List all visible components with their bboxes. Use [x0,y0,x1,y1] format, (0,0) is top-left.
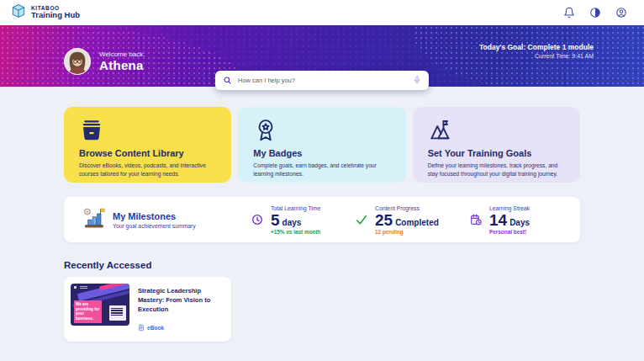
top-header: KITABOO Training Hub [0,0,644,25]
content-type-badge: eBook [147,325,164,331]
bar-chart-flag-medal-icon [82,207,105,233]
milestones-subtitle: Your goal achievement summary [113,223,196,229]
kitaboo-logo[interactable]: KITABOO Training Hub [10,3,80,23]
card-title: Browse Content Library [79,148,216,158]
recently-accessed-heading: Recently Accessed [64,260,580,270]
stat-learning-streak: Learning Streak 14 Days Personal best! [469,205,560,235]
quick-action-cards: Browse Content Library Discover eBooks, … [64,107,580,183]
stat-unit: Days [509,218,530,227]
award-badge-icon [253,118,390,143]
green-check-icon [355,213,368,226]
product-name: Training Hub [31,11,80,19]
search-icon [223,73,232,88]
notification-bell-icon[interactable] [563,7,575,19]
stat-unit: days [282,218,302,227]
stat-unit: Completed [395,218,439,227]
assistant-search-bar[interactable] [215,71,429,90]
kitaboo-logo-icon [10,3,27,23]
profile-icon[interactable] [615,7,627,19]
document-icon [138,320,145,335]
card-title: My Badges [253,148,390,158]
thumb-logo [74,286,86,289]
welcome-banner: Welcome back. Athena Today's Goal: Compl… [0,25,644,87]
card-description: Complete goals, earn badges, and celebra… [253,162,390,178]
course-thumbnail: We are providing for your business. [71,284,129,326]
stat-content-progress: Content Progress 25 Completed 12 pending [355,205,469,235]
welcome-label: Welcome back. [99,50,145,58]
content-library-box-icon [79,118,216,143]
microphone-icon[interactable] [413,73,421,88]
stat-value: 25 [375,212,393,228]
stat-value: 5 [271,212,280,228]
theme-contrast-icon[interactable] [589,7,601,19]
card-title: Set Your Training Goals [428,148,565,158]
milestones-title: My Milestones [113,211,196,221]
mountain-flag-icon [428,118,565,143]
card-my-badges[interactable]: My Badges Complete goals, earn badges, a… [238,107,405,183]
thumb-caption: We are providing for your business. [74,300,102,323]
card-set-training-goals[interactable]: Set Your Training Goals Define your lear… [413,107,580,183]
stat-value: 14 [489,212,507,228]
search-input[interactable] [238,77,407,84]
user-name: Athena [99,58,145,72]
stat-note: Personal best! [489,229,530,235]
stat-total-learning-time: Total Learning Time 5 days +15% vs last … [251,205,355,235]
stat-label: Learning Streak [489,205,530,211]
stat-note: +15% vs last month [271,229,321,235]
recent-item-title: Strategic Leadership Mastery: From Visio… [138,286,224,314]
stat-label: Total Learning Time [271,205,321,211]
stat-note: 12 pending [375,229,439,235]
thumb-text-block [109,305,126,321]
calendar-clock-icon [469,213,483,226]
stat-label: Content Progress [375,205,439,211]
todays-goal: Today's Goal: Complete 1 module [479,43,594,51]
recent-item-card[interactable]: We are providing for your business. Stra… [64,277,231,342]
user-avatar [64,48,91,75]
clock-history-icon [251,213,264,226]
card-browse-content-library[interactable]: Browse Content Library Discover eBooks, … [64,107,231,183]
card-description: Discover eBooks, videos, podcasts, and i… [79,162,216,178]
my-milestones-panel: My Milestones Your goal achievement summ… [64,197,580,242]
card-description: Define your learning milestones, track p… [428,162,565,178]
current-time: Current Time: 9:41 AM [479,53,594,59]
